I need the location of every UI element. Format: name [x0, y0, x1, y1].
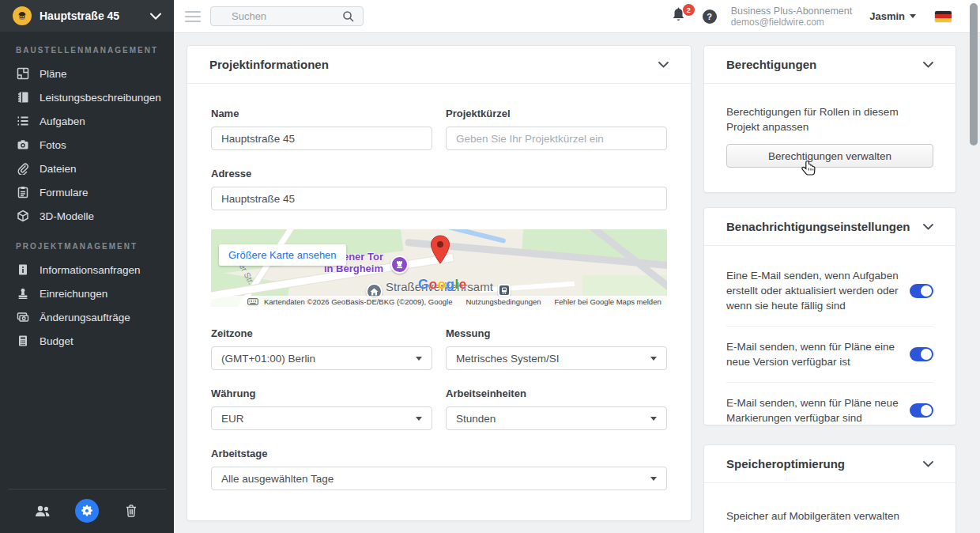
sidebar-item-files[interactable]: Dateien	[0, 157, 174, 180]
sidebar-item-3d-models[interactable]: 3D-Modelle	[0, 204, 174, 228]
caret-down-icon	[650, 477, 657, 481]
trash-icon[interactable]	[117, 497, 145, 525]
top-header: 2 ? Business Plus-Abonnement demos@field…	[174, 0, 980, 33]
search-icon[interactable]	[342, 10, 355, 23]
subscription-info: Business Plus-Abonnement demos@fieldwire…	[731, 6, 853, 28]
help-button[interactable]: ?	[703, 9, 717, 24]
users-icon[interactable]	[28, 497, 57, 525]
manage-permissions-button[interactable]: Berechtigungen verwalten	[726, 144, 933, 168]
timezone-label: Zeitzone	[211, 327, 432, 339]
section-label-project-management: PROJEKTMANAGEMENT	[0, 228, 174, 258]
card-title: Speicheroptimierung	[726, 457, 845, 471]
main-content: Projektinformationen Name Projektkürzel …	[174, 33, 980, 533]
notification-settings-header[interactable]: Benachrichtigungseinstellungen	[704, 208, 956, 246]
setting-label: Eine E-Mail senden, wenn Aufgaben erstel…	[726, 268, 899, 313]
search-input[interactable]	[211, 10, 337, 22]
sidebar-item-label: Formulare	[40, 187, 89, 198]
map-attribution-text: Kartendaten ©2026 GeoBasis-DE/BKG (©2009…	[264, 297, 452, 306]
plan-version-email-toggle[interactable]	[910, 347, 933, 361]
work-units-select[interactable]: Stunden	[446, 406, 667, 430]
sidebar-item-plans[interactable]: Pläne	[0, 62, 174, 85]
plan-markup-email-toggle[interactable]	[910, 403, 933, 418]
chevron-down-icon	[923, 461, 933, 467]
name-label: Name	[211, 108, 432, 119]
photos-icon	[16, 138, 29, 152]
sidebar-item-forms[interactable]: Formulare	[0, 180, 174, 204]
measurement-select[interactable]: Metrisches System/SI	[446, 346, 667, 370]
larger-map-link[interactable]: Größere Karte ansehen	[219, 244, 346, 266]
menu-icon[interactable]	[185, 8, 201, 25]
language-flag-button[interactable]	[935, 11, 952, 22]
header-right: 2 ? Business Plus-Abonnement demos@field…	[671, 6, 980, 28]
address-field[interactable]	[211, 187, 667, 210]
currency-select[interactable]: EUR	[211, 406, 432, 430]
sidebar-item-specifications[interactable]: Leistungsbeschreibungen	[0, 85, 174, 109]
sidebar-item-label: Pläne	[40, 68, 67, 80]
notifications-bell-button[interactable]: 2	[671, 7, 690, 26]
project-name-field[interactable]	[211, 127, 432, 150]
sidebar: Hauptstraße 45 BAUSTELLENMANAGEMENT Plän…	[0, 0, 174, 533]
budget-icon	[16, 335, 29, 348]
help-icon: ?	[707, 12, 712, 21]
fieldwire-logo-icon	[13, 6, 32, 25]
castle-poi-icon[interactable]	[390, 255, 409, 274]
subscription-plan: Business Plus-Abonnement	[731, 6, 853, 17]
sidebar-item-budget[interactable]: Budget	[0, 329, 174, 353]
submittals-icon	[16, 287, 29, 301]
sidebar-item-label: Aufgaben	[40, 115, 85, 127]
settings-gear-button[interactable]	[73, 497, 101, 525]
tasks-icon	[16, 115, 29, 128]
sidebar-item-rfis[interactable]: Informationsanfragen	[0, 258, 174, 282]
sidebar-item-label: Dateien	[40, 163, 77, 175]
notification-setting-row: E-Mail senden, wenn für Pläne eine neue …	[726, 327, 933, 383]
chevron-down-icon	[923, 62, 933, 68]
work-days-select[interactable]: Alle ausgewählten Tage	[211, 467, 667, 490]
sidebar-item-tasks[interactable]: Aufgaben	[0, 109, 174, 133]
map-terms-link[interactable]: Nutzungsbedingungen	[466, 297, 541, 306]
sidebar-item-label: Einreichungen	[40, 288, 107, 300]
section-label-site-management: BAUSTELLENMANAGEMENT	[0, 32, 174, 62]
change-orders-icon	[16, 311, 29, 324]
project-switcher[interactable]: Hauptstraße 45	[0, 0, 174, 32]
chevron-down-icon	[658, 62, 669, 68]
task-email-toggle[interactable]	[910, 284, 933, 298]
permissions-header[interactable]: Berechtigungen	[704, 46, 956, 84]
scrollbar[interactable]	[970, 3, 978, 146]
specs-icon	[16, 91, 29, 104]
permissions-description: Berechtigungen für Rollen in diesem Proj…	[726, 104, 933, 134]
project-name: Hauptstraße 45	[40, 9, 142, 22]
user-name: Jasmin	[869, 10, 905, 22]
map-report-link[interactable]: Fehler bei Google Maps melden	[555, 297, 662, 306]
timezone-select[interactable]: (GMT+01:00) Berlin	[211, 346, 432, 370]
card-title: Berechtigungen	[726, 58, 816, 71]
storage-header[interactable]: Speicheroptimierung	[704, 445, 956, 483]
sidebar-item-label: Informationsanfragen	[40, 264, 141, 276]
sidebar-item-submittals[interactable]: Einreichungen	[0, 282, 174, 305]
rfi-icon	[16, 263, 29, 277]
keyboard-icon[interactable]	[247, 298, 258, 305]
sidebar-toolbar	[0, 489, 174, 533]
google-watermark: Google	[418, 277, 467, 293]
search-box	[210, 6, 364, 26]
sidebar-item-label: Leistungsbeschreibungen	[40, 92, 161, 104]
transit-poi-icon[interactable]	[498, 284, 511, 297]
plans-icon	[16, 67, 29, 81]
project-info-header[interactable]: Projektinformationen	[187, 46, 691, 84]
sidebar-item-label: Änderungsaufträge	[40, 312, 130, 323]
sidebar-item-change-orders[interactable]: Änderungsaufträge	[0, 305, 174, 329]
subscription-email: demos@fieldwire.com	[731, 17, 853, 28]
storage-description: Speicher auf Mobilgeräten verwalten	[726, 510, 933, 522]
sidebar-item-label: Budget	[40, 335, 74, 347]
map-attribution-bar: Kartendaten ©2026 GeoBasis-DE/BKG (©2009…	[211, 296, 667, 307]
caret-down-icon	[416, 357, 422, 361]
sidebar-item-photos[interactable]: Fotos	[0, 133, 174, 157]
user-menu[interactable]: Jasmin	[869, 10, 916, 22]
map-pin-icon[interactable]	[430, 235, 450, 265]
google-map-embed[interactable]: refelder Str. Aachener Tor in Bergheim	[211, 229, 667, 307]
chevron-down-icon	[150, 13, 161, 20]
notification-settings-card: Benachrichtigungseinstellungen Eine E-Ma…	[703, 207, 956, 425]
project-code-field[interactable]	[446, 127, 667, 150]
permissions-card: Berechtigungen Berechtigungen für Rollen…	[703, 45, 956, 193]
measurement-label: Messung	[446, 327, 667, 339]
forms-icon	[16, 186, 29, 199]
